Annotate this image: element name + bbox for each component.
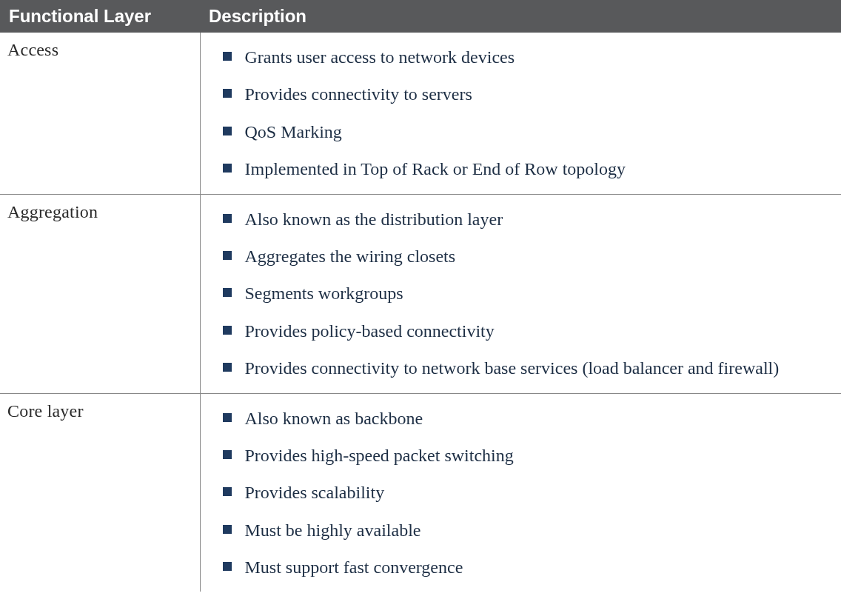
table-row: Access Grants user access to network dev…	[0, 33, 841, 194]
layer-name-access: Access	[0, 33, 200, 194]
list-item: Also known as the distribution layer	[223, 201, 827, 238]
layer-name-aggregation: Aggregation	[0, 194, 200, 393]
layer-desc-core: Also known as backbone Provides high-spe…	[200, 393, 841, 592]
list-item: Provides high-speed packet switching	[223, 437, 827, 474]
header-functional-layer: Functional Layer	[0, 0, 200, 33]
layer-desc-aggregation: Also known as the distribution layer Agg…	[200, 194, 841, 393]
list-item: Also known as backbone	[223, 400, 827, 437]
layer-name-core: Core layer	[0, 393, 200, 592]
list-item: Provides policy-based connectivity	[223, 312, 827, 349]
table-header-row: Functional Layer Description	[0, 0, 841, 33]
header-description: Description	[200, 0, 841, 33]
list-item: Provides connectivity to servers	[223, 76, 827, 113]
list-item: Provides connectivity to network base se…	[223, 349, 827, 386]
list-item: Aggregates the wiring closets	[223, 238, 827, 275]
bullet-list: Grants user access to network devices Pr…	[223, 38, 827, 188]
list-item: Must support fast convergence	[223, 549, 827, 586]
list-item: QoS Marking	[223, 113, 827, 150]
list-item: Grants user access to network devices	[223, 38, 827, 76]
table-row: Core layer Also known as backbone Provid…	[0, 393, 841, 592]
bullet-list: Also known as the distribution layer Agg…	[223, 201, 827, 387]
list-item: Implemented in Top of Rack or End of Row…	[223, 150, 827, 187]
list-item: Must be highly available	[223, 512, 827, 549]
list-item: Segments workgroups	[223, 275, 827, 312]
table-row: Aggregation Also known as the distributi…	[0, 194, 841, 393]
functional-layers-table: Functional Layer Description Access Gran…	[0, 0, 841, 592]
bullet-list: Also known as backbone Provides high-spe…	[223, 400, 827, 586]
layer-desc-access: Grants user access to network devices Pr…	[200, 33, 841, 194]
list-item: Provides scalability	[223, 474, 827, 511]
